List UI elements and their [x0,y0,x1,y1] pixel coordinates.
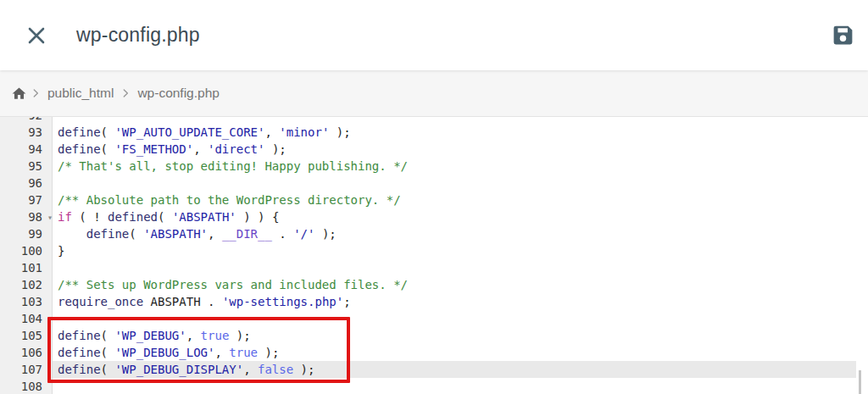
line-number: 100 [0,242,53,259]
chevron-right-icon [120,87,131,99]
code-line-text [53,310,856,327]
code-rows: 9293define( 'WP_AUTO_UPDATE_CORE', 'mino… [0,117,868,394]
line-number: 98▾ [0,208,53,225]
breadcrumb-item-public-html[interactable]: public_html [47,86,114,101]
breadcrumb-home[interactable] [11,86,27,102]
close-icon [26,25,47,46]
code-line[interactable]: 97/** Absolute path to the WordPress dir… [0,191,856,208]
code-line-text [53,378,856,394]
code-line-text: require_once ABSPATH . 'wp-settings.php'… [53,293,856,310]
line-number: 105 [0,327,53,344]
line-number: 102 [0,276,53,293]
code-line[interactable]: 99 define( 'ABSPATH', __DIR__ . '/' ); [0,225,856,242]
code-line[interactable]: 104 [0,310,856,327]
code-line-text: define( 'WP_DEBUG_LOG', true ); [53,344,856,361]
code-line[interactable]: 101 [0,259,856,276]
code-line[interactable]: 95/* That's all, stop editing! Happy pub… [0,158,856,175]
line-number: 107 [0,361,53,378]
code-line-text: define( 'WP_DEBUG', true ); [53,327,856,344]
code-line[interactable]: 105define( 'WP_DEBUG', true ); [0,327,856,344]
page-title: wp-config.php [76,24,200,47]
breadcrumb-item-wp-config[interactable]: wp-config.php [137,86,220,101]
code-line-text: /** Absolute path to the WordPress direc… [53,191,856,208]
breadcrumb: public_html wp-config.php [0,70,868,117]
line-number: 94 [0,141,53,158]
fold-caret-icon[interactable]: ▾ [47,209,53,226]
code-line-text [53,259,856,276]
line-number: 101 [0,259,53,276]
line-number: 108 [0,378,53,394]
line-number: 93 [0,124,53,141]
line-number: 95 [0,158,53,175]
close-button[interactable] [25,25,47,47]
code-line[interactable]: 106define( 'WP_DEBUG_LOG', true ); [0,344,856,361]
code-line-text: define( 'WP_AUTO_UPDATE_CORE', 'minor' )… [53,124,856,141]
vertical-scrollbar[interactable] [859,370,861,394]
code-line-text: if ( ! defined( 'ABSPATH' ) ) { [53,208,856,225]
save-icon [831,23,855,47]
code-editor[interactable]: 9293define( 'WP_AUTO_UPDATE_CORE', 'mino… [0,117,868,394]
code-line-text [53,175,856,191]
code-line-text: } [53,242,856,259]
save-button[interactable] [830,23,855,48]
code-line[interactable]: 107define( 'WP_DEBUG_DISPLAY', false ); [0,361,856,378]
code-line-text: /* That's all, stop editing! Happy publi… [53,158,856,175]
code-line[interactable]: 100} [0,242,856,259]
home-icon [11,86,27,102]
file-editor-window: wp-config.php public_html wp-config.php [0,0,868,394]
line-number: 106 [0,344,53,361]
line-number: 92 [0,117,53,124]
code-line[interactable]: 103require_once ABSPATH . 'wp-settings.p… [0,293,856,310]
code-line-text: /** Sets up WordPress vars and included … [53,276,856,293]
line-number: 103 [0,293,53,310]
code-line[interactable]: 94define( 'FS_METHOD', 'direct' ); [0,141,856,158]
code-line[interactable]: 93define( 'WP_AUTO_UPDATE_CORE', 'minor'… [0,124,856,141]
code-line[interactable]: 96 [0,175,856,191]
code-line-text: define( 'FS_METHOD', 'direct' ); [53,141,856,158]
line-number: 104 [0,310,53,327]
code-line-text [53,117,856,124]
line-number: 99 [0,225,53,242]
line-number: 96 [0,175,53,191]
editor-topbar: wp-config.php [0,0,868,70]
line-number: 97 [0,191,53,208]
chevron-right-icon [30,87,42,99]
code-line[interactable]: 108 [0,378,856,394]
code-line[interactable]: 102/** Sets up WordPress vars and includ… [0,276,856,293]
code-line-text: define( 'ABSPATH', __DIR__ . '/' ); [53,225,856,242]
code-line-text: define( 'WP_DEBUG_DISPLAY', false ); [53,361,856,378]
code-line[interactable]: 98▾if ( ! defined( 'ABSPATH' ) ) { [0,208,856,225]
code-line[interactable]: 92 [0,117,856,124]
